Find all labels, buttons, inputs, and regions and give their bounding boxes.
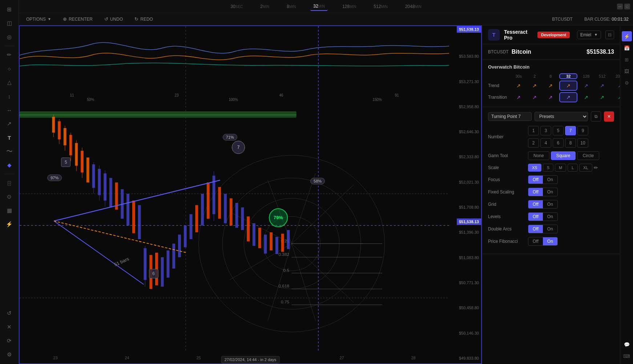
sidebar-divider-1 <box>4 46 15 46</box>
timeframe-2048min[interactable]: 2048MIN <box>402 3 424 11</box>
sidebar-icon-pen[interactable]: ✏ <box>3 48 16 61</box>
indicator-section: Presets ⧉ ✕ Number 1 3 5 7 <box>482 107 620 254</box>
timeframe-2min[interactable]: 2MIN <box>257 3 272 11</box>
num-btn-4[interactable]: 4 <box>540 138 551 148</box>
focus-off-btn[interactable]: Off <box>528 176 543 184</box>
sidebar-icon-settings[interactable]: ⚙ <box>3 348 16 361</box>
num-btn-7[interactable]: 7 <box>565 126 576 135</box>
num-btn-5[interactable]: 5 <box>553 126 564 135</box>
grid-on-btn[interactable]: On <box>543 200 557 208</box>
close-icon-btn[interactable]: ✕ <box>604 111 614 122</box>
price-fib-on-btn[interactable]: On <box>543 237 557 245</box>
right-icon-chart[interactable]: ⚡ <box>622 31 632 41</box>
fixed-scaling-off-btn[interactable]: Off <box>528 188 543 196</box>
right-icon-discord[interactable]: 💬 <box>622 339 632 349</box>
sidebar-icon-diamond[interactable]: ◆ <box>3 159 16 172</box>
svg-rect-51 <box>172 244 175 269</box>
sidebar-icon-monitor[interactable]: ⊞ <box>3 3 16 16</box>
sidebar-icon-layers[interactable]: ◫ <box>3 17 16 30</box>
expand-icon[interactable]: ⊟ <box>605 30 614 39</box>
double-arcs-on-btn[interactable]: On <box>543 225 557 233</box>
transition-label: Transition <box>488 95 510 100</box>
sidebar-icon-target[interactable]: ◎ <box>3 30 16 44</box>
sidebar-icon-rss[interactable]: ⌻ <box>3 176 16 189</box>
user-section[interactable]: Emiel ▼ <box>577 30 601 39</box>
annotation-5: 5 <box>61 158 70 167</box>
sidebar-icon-arrows-v[interactable]: ↕ <box>3 90 16 103</box>
num-btn-10[interactable]: 10 <box>577 138 588 148</box>
gann-circle-btn[interactable]: Circle <box>577 151 599 160</box>
pair-info: BTCUSDT <box>552 17 573 22</box>
sidebar-icon-wave[interactable]: 〜 <box>3 145 16 158</box>
sidebar-icon-text[interactable]: T <box>3 131 16 144</box>
svg-rect-52 <box>178 234 181 257</box>
copy-icon-btn[interactable]: ⧉ <box>591 111 601 122</box>
gann-square-btn[interactable]: Square <box>551 151 576 160</box>
timeframe-512min[interactable]: 512MIN <box>371 3 390 11</box>
sidebar-icon-refresh[interactable]: ⟳ <box>3 334 16 347</box>
fixed-scaling-on-btn[interactable]: On <box>543 188 557 196</box>
timeframe-32min[interactable]: 32MIN <box>310 2 328 11</box>
num-btn-2[interactable]: 2 <box>528 138 539 148</box>
scale-m[interactable]: M <box>555 164 566 172</box>
focus-label: Focus <box>488 177 528 182</box>
sidebar-icon-camera[interactable]: ⊙ <box>3 190 16 203</box>
double-arcs-off-btn[interactable]: Off <box>528 225 543 233</box>
right-icon-keyboard[interactable]: ⌨ <box>622 351 632 361</box>
gann-tool-control: None Square Circle <box>528 151 599 160</box>
num-btn-9[interactable]: 9 <box>577 126 588 135</box>
right-icon-image[interactable]: 🖼 <box>622 66 632 76</box>
grid-off-btn[interactable]: Off <box>528 200 543 208</box>
levels-off-btn[interactable]: Off <box>528 213 543 221</box>
sidebar-icon-table[interactable]: ▦ <box>3 204 16 217</box>
sidebar-icon-circle[interactable]: ○ <box>3 62 16 75</box>
svg-rect-44 <box>132 201 135 233</box>
right-icon-settings[interactable]: ⚙ <box>622 78 632 88</box>
gann-none-btn[interactable]: None <box>528 151 549 160</box>
levels-toggle: Off On <box>528 212 558 221</box>
chart-area[interactable]: 0.25 0.382 0.5 0.618 0.75 <box>19 25 482 364</box>
scale-xs[interactable]: XS <box>528 164 541 172</box>
timeframe-30sec[interactable]: 30SEC <box>227 3 246 11</box>
tf-header-32[interactable]: 32 <box>559 73 577 79</box>
num-btn-8[interactable]: 8 <box>565 138 576 148</box>
timeframe-128min[interactable]: 128MIN <box>339 3 359 11</box>
right-icons-strip: ⚡ 📅 ⊞ 🖼 ⚙ 💬 ⌨ <box>620 25 633 364</box>
sidebar-icon-close[interactable]: ✕ <box>3 320 16 334</box>
timeframe-8min[interactable]: 8MIN <box>284 3 299 11</box>
scale-l[interactable]: L <box>568 164 578 172</box>
options-button[interactable]: OPTIONS ▼ <box>23 15 54 23</box>
levels-on-btn[interactable]: On <box>543 213 557 221</box>
sidebar-icon-brush[interactable]: ⚡ <box>3 218 16 231</box>
num-btn-6[interactable]: 6 <box>553 138 564 148</box>
recenter-button[interactable]: ⊕ RECENTER <box>60 15 96 23</box>
presets-select[interactable]: Presets <box>535 112 588 121</box>
num-btn-1[interactable]: 1 <box>528 126 539 135</box>
svg-rect-49 <box>161 257 164 287</box>
redo-button[interactable]: ↻ REDO <box>132 15 156 23</box>
sidebar-icon-arrow-diag[interactable]: ↗ <box>3 117 16 130</box>
annotation-6: 6 <box>149 269 158 278</box>
indicator-title-input[interactable] <box>488 112 532 121</box>
right-icon-calendar[interactable]: 📅 <box>622 43 632 53</box>
window-maximize[interactable]: □ <box>624 4 630 9</box>
scale-xl[interactable]: XL <box>579 164 592 172</box>
sidebar-icon-arrows-h[interactable]: ↔ <box>3 103 16 116</box>
svg-rect-67 <box>264 234 267 253</box>
trend-8: ↗ <box>543 81 558 91</box>
scale-pencil-icon[interactable]: ✏ <box>594 165 598 171</box>
price-fib-off-btn[interactable]: Off <box>528 237 543 245</box>
trend-32[interactable]: ↗ <box>559 81 577 91</box>
num-btn-3[interactable]: 3 <box>540 126 551 135</box>
window-minimize[interactable]: — <box>617 4 623 9</box>
transition-32[interactable]: ↗ <box>559 92 577 102</box>
scale-s[interactable]: S <box>543 164 553 172</box>
chart-toolbar: OPTIONS ▼ ⊕ RECENTER ↺ UNDO ↻ REDO BTCUS… <box>19 13 633 25</box>
sidebar-icon-triangle[interactable]: △ <box>3 76 16 89</box>
right-icon-layout[interactable]: ⊞ <box>622 54 632 65</box>
sidebar-icon-undo[interactable]: ↺ <box>3 307 16 320</box>
focus-on-btn[interactable]: On <box>543 176 557 184</box>
transition-2: ↗ <box>527 92 542 102</box>
undo-button[interactable]: ↺ UNDO <box>101 15 126 23</box>
svg-rect-36 <box>86 158 89 183</box>
